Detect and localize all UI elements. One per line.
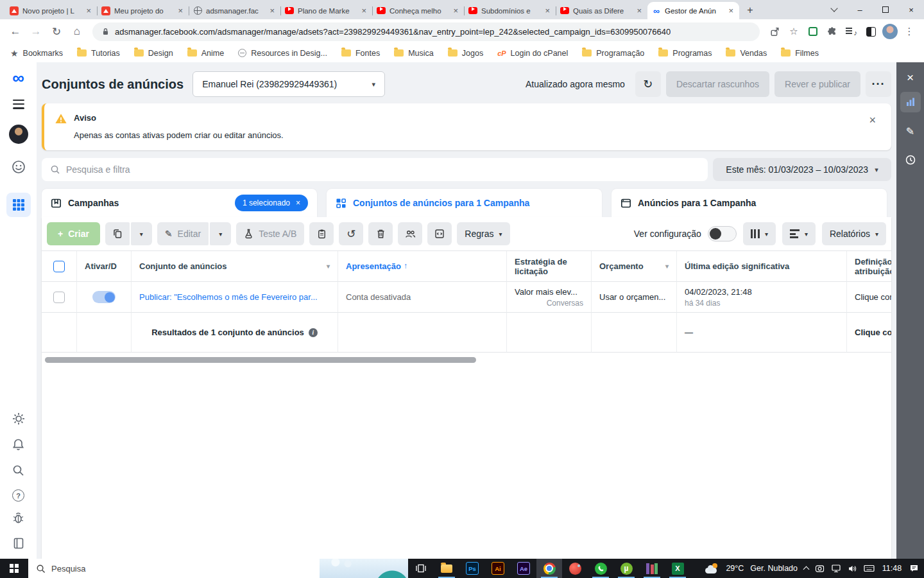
menu-hamburger-icon[interactable] bbox=[13, 100, 24, 109]
ab-test-button[interactable]: Teste A/B bbox=[236, 222, 304, 245]
share-icon[interactable] bbox=[766, 23, 783, 40]
temperature[interactable]: 29°C bbox=[726, 564, 744, 573]
duplicate-button[interactable] bbox=[105, 222, 130, 245]
browser-tab[interactable]: Novo projeto | L × bbox=[5, 2, 97, 19]
breakdown-button[interactable]: ▾ bbox=[782, 222, 816, 245]
tray-expand-icon[interactable] bbox=[803, 566, 810, 573]
duplicate-menu-button[interactable]: ▾ bbox=[131, 222, 152, 245]
address-bar[interactable]: adsmanager.facebook.com/adsmanager/manag… bbox=[92, 22, 760, 41]
column-header-toggle[interactable]: Ativar/D bbox=[77, 251, 132, 282]
bookmark-item[interactable]: cPLogin do cPanel bbox=[497, 49, 568, 58]
tab-campaigns[interactable]: Campanhas 1 selecionado × bbox=[42, 189, 317, 217]
bug-report-icon[interactable] bbox=[12, 511, 25, 527]
meta-logo-icon[interactable]: ∞ bbox=[12, 71, 24, 84]
column-header-budget[interactable]: Orçamento▾ bbox=[592, 251, 677, 282]
tab-search-button[interactable] bbox=[821, 0, 847, 19]
bookmark-folder[interactable]: Design bbox=[134, 49, 173, 58]
start-button[interactable] bbox=[0, 559, 28, 578]
reload-button[interactable]: ↻ bbox=[47, 22, 65, 40]
forward-button[interactable]: → bbox=[27, 22, 45, 40]
whatsapp-button[interactable] bbox=[588, 559, 613, 578]
file-explorer-button[interactable] bbox=[434, 559, 459, 578]
edit-menu-button[interactable]: ▾ bbox=[210, 222, 231, 245]
tab-close-icon[interactable]: × bbox=[360, 6, 368, 15]
warning-close-icon[interactable]: × bbox=[864, 112, 881, 128]
browser-tab[interactable]: Subdomínios e × bbox=[464, 2, 556, 19]
help-icon[interactable]: ? bbox=[12, 489, 24, 502]
search-filter-box[interactable] bbox=[42, 158, 708, 181]
column-header-delivery[interactable]: Apresentação↑ bbox=[338, 251, 507, 282]
column-header-last-edit[interactable]: Última edição significativa bbox=[677, 251, 847, 282]
view-setup-toggle[interactable] bbox=[708, 226, 737, 241]
row-checkbox[interactable] bbox=[53, 292, 65, 303]
winrar-button[interactable] bbox=[639, 559, 665, 578]
ad-account-select[interactable]: Emanuel Rei (239829929449361) ▾ bbox=[193, 71, 385, 97]
tab-close-icon[interactable]: × bbox=[85, 6, 92, 15]
adset-active-toggle[interactable] bbox=[92, 291, 116, 303]
review-publish-button[interactable]: Rever e publicar bbox=[774, 71, 860, 97]
window-maximize-button[interactable] bbox=[873, 0, 898, 19]
tab-close-icon[interactable]: × bbox=[543, 6, 551, 15]
music-list-extension-icon[interactable]: ♪ bbox=[843, 23, 860, 40]
ads-manager-nav-icon[interactable] bbox=[6, 193, 31, 217]
clipboard-button[interactable] bbox=[309, 222, 334, 245]
settings-gear-icon[interactable] bbox=[12, 412, 26, 428]
bookmark-folder[interactable]: Programas bbox=[658, 49, 712, 58]
column-header-attribution[interactable]: Definição de atribuição bbox=[847, 251, 891, 282]
search-icon[interactable] bbox=[12, 464, 25, 480]
after-effects-button[interactable]: Ae bbox=[511, 559, 536, 578]
create-button[interactable]: + Criar bbox=[47, 222, 100, 245]
delete-button[interactable] bbox=[368, 222, 393, 245]
edit-button[interactable]: ✎ Editar bbox=[157, 222, 209, 245]
excel-button[interactable]: X bbox=[665, 559, 690, 578]
tab-close-icon[interactable]: × bbox=[635, 6, 643, 15]
bookmark-folder[interactable]: Jogos bbox=[448, 49, 483, 58]
red-app-button[interactable] bbox=[562, 559, 588, 578]
rules-button[interactable]: Regras ▾ bbox=[457, 222, 509, 245]
tab-close-icon[interactable]: × bbox=[727, 6, 735, 15]
taskbar-search[interactable]: Pesquisa bbox=[28, 559, 408, 578]
bookmark-folder[interactable]: Filmes bbox=[781, 49, 819, 58]
column-header-bid-strategy[interactable]: Estratégia de licitação bbox=[507, 251, 592, 282]
select-all-checkbox[interactable] bbox=[53, 261, 65, 272]
bookmark-folder[interactable]: Tutorias bbox=[77, 49, 120, 58]
date-range-selector[interactable]: Este mês: 01/03/2023 – 10/03/2023 ▾ bbox=[713, 158, 891, 181]
columns-button[interactable]: ▾ bbox=[743, 222, 776, 245]
close-panel-icon[interactable]: × bbox=[907, 71, 914, 83]
browser-tab-active[interactable]: ∞ Gestor de Anún × bbox=[647, 2, 739, 19]
bookmark-item[interactable]: Resources in Desig... bbox=[238, 49, 327, 58]
browser-tab[interactable]: Quais as Difere × bbox=[556, 2, 647, 19]
scrollbar-thumb[interactable] bbox=[45, 357, 476, 363]
bookmark-folder[interactable]: Anime bbox=[187, 49, 224, 58]
window-close-button[interactable]: × bbox=[898, 0, 924, 19]
profile-avatar[interactable] bbox=[882, 23, 898, 40]
new-tab-button[interactable]: + bbox=[742, 2, 758, 19]
ad-preview-smiley-icon[interactable] bbox=[11, 159, 26, 177]
undo-button[interactable]: ↺ bbox=[339, 222, 363, 245]
chrome-button[interactable] bbox=[536, 559, 562, 578]
photoshop-button[interactable]: Ps bbox=[459, 559, 485, 578]
tab-close-icon[interactable]: × bbox=[176, 6, 184, 15]
browser-tab[interactable]: Meu projeto do × bbox=[97, 2, 189, 19]
weather-condition[interactable]: Ger. Nublado bbox=[750, 564, 798, 573]
browser-menu-kebab-icon[interactable]: ⋮ bbox=[901, 23, 918, 40]
column-header-adset[interactable]: Conjunto de anúncios▾ bbox=[132, 251, 338, 282]
journal-panel-icon[interactable] bbox=[12, 537, 25, 552]
bookmark-folder[interactable]: Fontes bbox=[341, 49, 380, 58]
bookmarks-root[interactable]: ★Bookmarks bbox=[10, 48, 63, 58]
screen-record-icon[interactable] bbox=[815, 565, 825, 573]
history-clock-icon[interactable] bbox=[900, 150, 921, 170]
browser-tab[interactable]: Conheça melho × bbox=[372, 2, 464, 19]
reports-button[interactable]: Relatórios ▾ bbox=[822, 222, 886, 245]
home-button[interactable]: ⌂ bbox=[68, 22, 86, 40]
back-button[interactable]: ← bbox=[6, 22, 24, 40]
tab-adsets[interactable]: Conjuntos de anúncios para 1 Campanha bbox=[327, 189, 602, 217]
browser-tab[interactable]: Plano de Marke × bbox=[280, 2, 372, 19]
window-minimize-button[interactable]: – bbox=[847, 0, 873, 19]
browser-tab[interactable]: adsmanager.fac × bbox=[189, 2, 280, 19]
discard-drafts-button[interactable]: Descartar rascunhos bbox=[666, 71, 769, 97]
audiences-button[interactable] bbox=[398, 222, 422, 245]
adset-name-link[interactable]: Publicar: "Escolhemos o mês de Fevereiro… bbox=[139, 292, 330, 302]
bookmark-folder[interactable]: Programação bbox=[582, 49, 644, 58]
user-avatar[interactable] bbox=[9, 125, 28, 144]
